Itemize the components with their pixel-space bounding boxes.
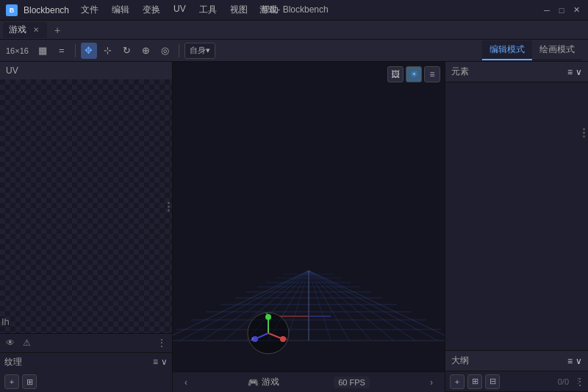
add-texture-button[interactable]: + bbox=[4, 374, 19, 389]
axis-gizmo: Y X Z bbox=[246, 311, 290, 355]
toolbar-select-tool[interactable]: ✥ bbox=[81, 43, 97, 59]
resize-dot-2 bbox=[583, 132, 585, 134]
texture-dropdown-icon[interactable]: ∨ bbox=[161, 357, 168, 367]
viewport-3d[interactable]: 🖼 ☀ ≡ bbox=[173, 62, 445, 392]
svg-text:Z: Z bbox=[251, 337, 254, 341]
uv-title: UV bbox=[6, 65, 18, 76]
app-name: Blockbench bbox=[24, 5, 69, 15]
toolbar-headset-tool[interactable]: ◎ bbox=[157, 43, 173, 59]
toolbar-space-label: 自身▾ bbox=[190, 45, 210, 56]
elements-header: 元素 ≡ ∨ bbox=[445, 62, 588, 82]
viewport-menu-btn[interactable]: ≡ bbox=[424, 66, 440, 82]
toolbar-rotate-tool[interactable]: ↻ bbox=[119, 43, 135, 59]
uv-checkerboard bbox=[0, 79, 172, 333]
viewport-sun-btn[interactable]: ☀ bbox=[406, 66, 422, 82]
svg-text:Y: Y bbox=[265, 312, 268, 316]
viewport-bottom-bar: ‹ 🎮 游戏 60 FPS › bbox=[173, 371, 445, 392]
import-texture-button[interactable]: ⊞ bbox=[22, 374, 37, 389]
3d-grid bbox=[173, 208, 445, 370]
texture-row: 纹理 ≡ ∨ bbox=[0, 353, 172, 371]
uv-resize-handle[interactable] bbox=[168, 202, 170, 211]
right-panel: 元素 ≡ ∨ 大纲 ≡ ∨ + bbox=[445, 62, 588, 392]
elements-menu-icon[interactable]: ≡ bbox=[567, 67, 573, 77]
tab-game[interactable]: 游戏 ✕ bbox=[3, 22, 47, 38]
window-controls: ─ □ ✕ bbox=[541, 4, 582, 16]
toolbar-target-tool[interactable]: ⊕ bbox=[138, 43, 154, 59]
menu-tools[interactable]: 工具 bbox=[193, 2, 223, 18]
toolbar-sep-1 bbox=[75, 44, 76, 57]
svg-text:X: X bbox=[284, 337, 287, 341]
tab-label: 游戏 bbox=[9, 24, 26, 36]
outline-title: 大纲 bbox=[451, 354, 469, 367]
menu-edit[interactable]: 编辑 bbox=[106, 2, 135, 18]
resize-dot-1 bbox=[583, 128, 585, 130]
ih-text: Ih bbox=[1, 316, 10, 327]
outline-menu-icon[interactable]: ≡ bbox=[567, 356, 573, 366]
title-bar-left: B Blockbench 文件 编辑 变换 UV 工具 视图 帮助 bbox=[6, 2, 284, 18]
outline-header-icons: ≡ ∨ bbox=[567, 356, 582, 366]
viewport-next-button[interactable]: › bbox=[424, 375, 439, 390]
texture-title: 纹理 bbox=[4, 356, 22, 368]
scene-label: 游戏 bbox=[262, 376, 279, 388]
title-bar: B Blockbench 文件 编辑 变换 UV 工具 视图 帮助 游戏- Bl… bbox=[0, 0, 588, 21]
tab-add-button[interactable]: + bbox=[50, 23, 65, 38]
toolbar-sep-2 bbox=[179, 44, 179, 57]
svg-line-24 bbox=[309, 271, 331, 341]
outline-folder-button[interactable]: ⊞ bbox=[467, 374, 482, 389]
outline-delete-button[interactable]: ⊟ bbox=[485, 374, 500, 389]
svg-line-23 bbox=[309, 271, 349, 341]
menu-view[interactable]: 视图 bbox=[224, 2, 254, 18]
menu-uv[interactable]: UV bbox=[168, 2, 192, 18]
eye-icon[interactable]: 👁 bbox=[4, 337, 16, 349]
toolbar-move-tool[interactable]: ⊹ bbox=[100, 43, 116, 59]
viewport-image-btn[interactable]: 🖼 bbox=[387, 66, 404, 82]
menu-bar: 文件 编辑 变换 UV 工具 视图 帮助 bbox=[75, 2, 284, 18]
menu-transform[interactable]: 变换 bbox=[137, 2, 166, 18]
svg-line-19 bbox=[309, 271, 437, 341]
svg-line-21 bbox=[309, 271, 393, 341]
minimize-button[interactable]: ─ bbox=[541, 4, 553, 16]
uv-canvas[interactable] bbox=[0, 79, 172, 333]
elements-header-icons: ≡ ∨ bbox=[567, 67, 582, 77]
scene-tab: 🎮 游戏 bbox=[248, 376, 279, 388]
viewport-toolbar: 🖼 ☀ ≡ bbox=[387, 66, 440, 82]
texture-header-icons: ≡ ∨ bbox=[153, 357, 168, 367]
menu-file[interactable]: 文件 bbox=[75, 2, 104, 18]
outline-section: 大纲 ≡ ∨ + ⊞ ⊟ 0/0 ⋮ bbox=[445, 350, 588, 392]
outline-toolbar: + ⊞ ⊟ 0/0 ⋮ bbox=[445, 371, 588, 392]
outline-dropdown-icon[interactable]: ∨ bbox=[576, 356, 582, 366]
toolbar: 16×16 ▦ = ✥ ⊹ ↻ ⊕ ◎ 自身▾ 编辑模式 绘画模式 bbox=[0, 40, 588, 62]
texture-menu-icon[interactable]: ≡ bbox=[153, 357, 158, 367]
uv-panel-menu[interactable]: ⋮ bbox=[156, 337, 168, 349]
viewport-prev-button[interactable]: ‹ bbox=[179, 375, 193, 390]
fps-counter: 60 FPS bbox=[334, 377, 370, 388]
paint-mode-button[interactable]: 绘画模式 bbox=[532, 40, 582, 60]
tab-bar: 游戏 ✕ + bbox=[0, 21, 588, 40]
resize-dot-3 bbox=[583, 135, 585, 138]
toolbar-equals-btn[interactable]: = bbox=[54, 43, 70, 59]
texture-list[interactable]: + ⊞ ⋮ bbox=[0, 371, 172, 392]
elements-dropdown-icon[interactable]: ∨ bbox=[576, 67, 582, 77]
uv-tools-row: 👁 ⚠ ⋮ bbox=[0, 334, 172, 353]
texture-list-menu[interactable]: ⋮ bbox=[574, 376, 586, 388]
window-title: 游戏- Blockbench bbox=[259, 4, 328, 16]
main-area: UV 👁 ⚠ ⋮ 纹理 ≡ ∨ bbox=[0, 62, 588, 392]
toolbar-size-label: 16×16 bbox=[6, 46, 29, 55]
elements-title: 元素 bbox=[451, 65, 469, 78]
uv-header: UV bbox=[0, 62, 172, 79]
edit-mode-button[interactable]: 编辑模式 bbox=[482, 40, 532, 60]
uv-panel: UV 👁 ⚠ ⋮ 纹理 ≡ ∨ bbox=[0, 62, 173, 392]
outline-header: 大纲 ≡ ∨ bbox=[445, 351, 588, 371]
warning-icon[interactable]: ⚠ bbox=[21, 337, 32, 349]
toolbar-space-dropdown[interactable]: 自身▾ bbox=[184, 43, 215, 59]
outline-add-button[interactable]: + bbox=[450, 374, 465, 389]
outline-count: 0/0 bbox=[558, 377, 569, 386]
close-button[interactable]: ✕ bbox=[570, 4, 582, 16]
uv-bottom-panel: 👁 ⚠ ⋮ 纹理 ≡ ∨ + ⊞ ⋮ bbox=[0, 333, 172, 392]
app-logo: B bbox=[6, 4, 18, 16]
toolbar-grid-btn[interactable]: ▦ bbox=[35, 43, 51, 59]
elements-list bbox=[445, 82, 588, 350]
tab-close-button[interactable]: ✕ bbox=[31, 25, 41, 35]
scene-icon: 🎮 bbox=[248, 377, 259, 388]
maximize-button[interactable]: □ bbox=[556, 4, 567, 16]
